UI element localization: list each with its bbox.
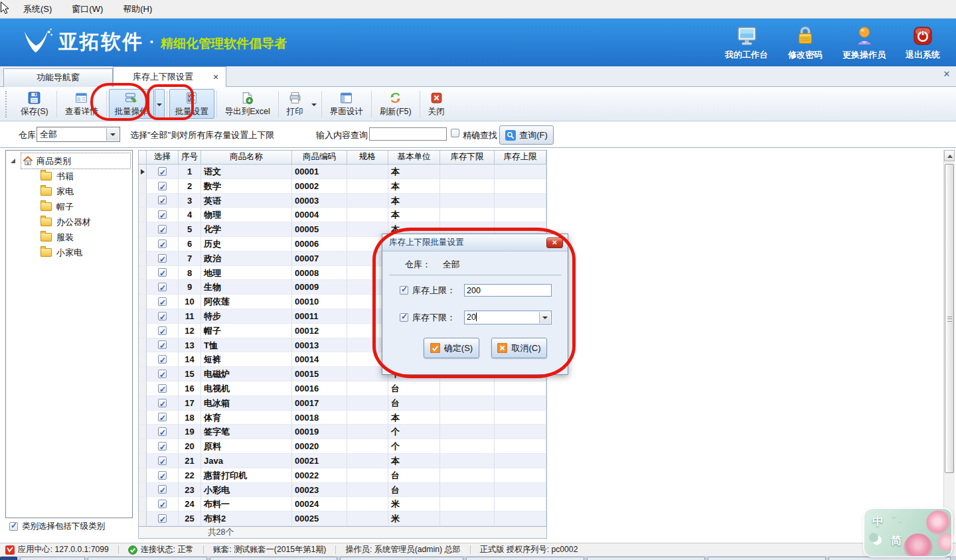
row-checkbox[interactable]: [158, 225, 167, 234]
row-checkbox[interactable]: [158, 456, 167, 465]
tree-root-row[interactable]: 商品类别: [21, 153, 131, 169]
row-checkbox[interactable]: [158, 427, 167, 436]
row-checkbox[interactable]: [158, 196, 167, 204]
row-checkbox[interactable]: [158, 283, 167, 291]
ime-simplified-button[interactable]: 简: [891, 534, 902, 548]
row-checkbox[interactable]: [158, 355, 167, 364]
taskbar-button[interactable]: [88, 557, 207, 560]
taskbar-button[interactable]: [708, 557, 826, 560]
table-row[interactable]: 21Java00021本: [139, 454, 546, 468]
dialog-close-icon[interactable]: ✕: [546, 238, 563, 248]
column-header-no[interactable]: 序号: [179, 151, 201, 164]
row-checkbox[interactable]: [158, 471, 167, 480]
toolbar-view-detail-button[interactable]: 查看详情: [59, 89, 104, 119]
taskbar-button[interactable]: [210, 557, 337, 560]
chevron-down-icon[interactable]: [539, 312, 550, 323]
exact-match-checkbox[interactable]: [451, 129, 459, 137]
column-header-name[interactable]: 商品名称: [201, 151, 292, 164]
taskbar-button[interactable]: [340, 557, 463, 560]
row-checkbox[interactable]: [158, 413, 167, 421]
dialog-titlebar[interactable]: 库存上下限批量设置: [382, 234, 568, 251]
tree-item-2[interactable]: 帽子: [6, 199, 132, 214]
table-row[interactable]: 20原料00020个: [139, 439, 546, 454]
include-subcategory-checkbox[interactable]: [9, 522, 18, 531]
tree-item-0[interactable]: 书籍: [6, 169, 132, 184]
row-checkbox[interactable]: [158, 500, 167, 508]
ime-punctuation-button[interactable]: °，: [892, 513, 904, 524]
tree-item-1[interactable]: 家电: [6, 184, 132, 199]
toolbar-batch-set-button[interactable]: 批量设置: [169, 89, 214, 119]
scrollbar-up-arrow[interactable]: [944, 150, 955, 161]
table-row[interactable]: 2数学00002本: [139, 179, 546, 194]
taskbar-button[interactable]: [20, 557, 85, 560]
row-checkbox[interactable]: [158, 182, 167, 190]
tab-function-nav[interactable]: 功能导航窗: [3, 68, 113, 87]
table-row[interactable]: 1语文00001本: [139, 165, 546, 179]
cancel-button[interactable]: 取消(C): [491, 338, 547, 358]
upper-limit-input[interactable]: [464, 284, 552, 297]
taskbar-button[interactable]: [587, 557, 705, 560]
query-button[interactable]: 查询(F): [499, 125, 554, 145]
toolbar-close-button[interactable]: 关闭: [422, 89, 451, 119]
tree-item-5[interactable]: 小家电: [6, 245, 132, 260]
table-row[interactable]: 19签字笔00019个: [139, 425, 546, 439]
toolbar-refresh-button[interactable]: 刷新(F5): [374, 89, 418, 119]
row-checkbox[interactable]: [158, 340, 167, 349]
table-row[interactable]: 4物理00004本: [139, 208, 546, 222]
row-checkbox[interactable]: [158, 384, 167, 393]
column-header-low[interactable]: 库存下限: [440, 151, 495, 164]
row-checkbox[interactable]: [158, 370, 167, 378]
lower-limit-combobox[interactable]: 20: [464, 311, 552, 324]
table-row[interactable]: 25布料200025米: [139, 512, 546, 526]
ime-chinese-mode-button[interactable]: 中: [872, 514, 884, 529]
row-checkbox[interactable]: [158, 297, 167, 306]
column-header-code[interactable]: 商品编码: [292, 151, 347, 164]
header-action-operator[interactable]: 更换操作员: [842, 25, 886, 61]
tabgroup-close-icon[interactable]: ✕: [941, 69, 952, 80]
row-checkbox[interactable]: [158, 254, 167, 263]
column-header-spec[interactable]: 规格: [347, 151, 388, 164]
table-row[interactable]: 22惠普打印机00022台: [139, 468, 546, 483]
taskbar-button[interactable]: [829, 557, 951, 560]
toolbar-print-dropdown-arrow[interactable]: [309, 89, 319, 119]
tree-root-category[interactable]: 商品类别: [6, 153, 132, 169]
menu-item-0[interactable]: 系统(S): [13, 0, 62, 18]
toolbar-ui-design-button[interactable]: 界面设计: [324, 89, 369, 119]
table-row[interactable]: 24布料一00024米: [139, 497, 546, 512]
row-checkbox[interactable]: [158, 210, 167, 219]
row-checkbox[interactable]: [158, 240, 167, 248]
column-header-sel[interactable]: 选择: [147, 151, 179, 164]
row-checkbox[interactable]: [158, 399, 167, 407]
row-checkbox[interactable]: [158, 442, 167, 451]
header-action-password[interactable]: 修改密码: [788, 25, 823, 61]
tab-close-icon[interactable]: ✕: [211, 67, 220, 87]
tree-expander-icon[interactable]: [11, 159, 15, 163]
toolbar-save-button[interactable]: 保存(S): [15, 89, 54, 119]
row-checkbox[interactable]: [158, 514, 167, 523]
header-action-exit[interactable]: 退出系统: [906, 25, 940, 61]
table-row[interactable]: 18体育00018本: [139, 411, 546, 425]
row-checkbox[interactable]: [158, 268, 167, 277]
scrollbar-thumb[interactable]: [945, 164, 954, 473]
column-header-unit[interactable]: 基本单位: [388, 151, 440, 164]
moon-icon[interactable]: [872, 535, 882, 545]
search-input[interactable]: [369, 127, 447, 141]
tree-item-4[interactable]: 服装: [6, 230, 132, 245]
toolbar-print-button[interactable]: 打印: [281, 89, 309, 119]
toolbar-batch-operate-button[interactable]: 批量操作: [109, 89, 154, 119]
upper-limit-checkbox[interactable]: [400, 286, 408, 295]
lower-limit-checkbox[interactable]: [400, 313, 408, 322]
column-header-high[interactable]: 库存上限: [495, 151, 546, 164]
row-checkbox[interactable]: [158, 167, 167, 176]
vertical-scrollbar[interactable]: [943, 150, 955, 535]
table-row[interactable]: 23小彩电00023台: [139, 483, 546, 498]
taskbar-button[interactable]: [466, 557, 584, 560]
menu-item-1[interactable]: 窗口(W): [62, 0, 113, 18]
warehouse-combobox[interactable]: 全部: [37, 127, 120, 142]
row-checkbox[interactable]: [158, 312, 167, 320]
tab-stock-limit-settings[interactable]: 库存上下限设置 ✕: [113, 66, 226, 87]
table-row[interactable]: 16电视机00016台: [139, 382, 546, 396]
toolbar-export-excel-button[interactable]: 导出到Excel: [219, 89, 276, 119]
taskbar-button[interactable]: [0, 557, 17, 560]
header-action-workstation[interactable]: 我的工作台: [725, 25, 768, 61]
